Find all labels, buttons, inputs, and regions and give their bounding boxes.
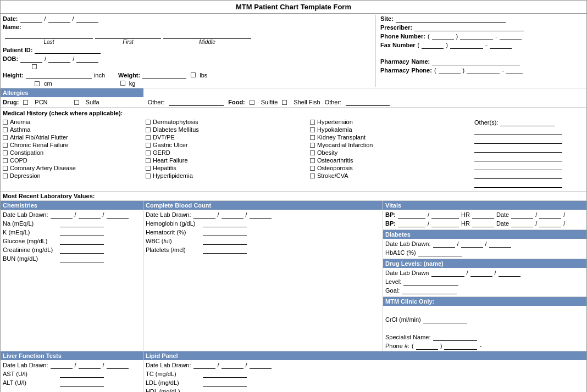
med-checkbox[interactable] bbox=[310, 127, 315, 132]
first-name-field[interactable] bbox=[95, 31, 161, 39]
med-checkbox[interactable] bbox=[3, 166, 8, 171]
med-checkbox[interactable] bbox=[146, 143, 151, 148]
checkbox-lbs[interactable] bbox=[191, 72, 196, 77]
other-line[interactable] bbox=[474, 127, 562, 135]
pharm-phone-area[interactable] bbox=[439, 66, 461, 74]
drug-date-m[interactable] bbox=[470, 269, 492, 277]
lab-field-value[interactable] bbox=[203, 370, 247, 378]
med-checkbox[interactable] bbox=[146, 120, 151, 125]
diab-date-m[interactable] bbox=[433, 240, 455, 248]
patient-id-field[interactable] bbox=[35, 46, 101, 54]
other-line[interactable] bbox=[474, 145, 562, 153]
other2-field[interactable] bbox=[346, 98, 390, 106]
specialist-field[interactable] bbox=[433, 333, 477, 341]
med-checkbox[interactable] bbox=[146, 158, 151, 163]
med-checkbox[interactable] bbox=[310, 135, 315, 140]
lipid-date-d[interactable] bbox=[221, 361, 243, 369]
cbc-date-d[interactable] bbox=[221, 211, 243, 219]
mtm-phone-number[interactable] bbox=[444, 342, 477, 350]
liver-date-d[interactable] bbox=[79, 361, 101, 369]
med-checkbox[interactable] bbox=[3, 135, 8, 140]
pharm-phone-ext[interactable] bbox=[506, 66, 523, 74]
lab-field-value[interactable] bbox=[60, 246, 104, 254]
lab-field-value[interactable] bbox=[60, 237, 104, 245]
other-line[interactable] bbox=[474, 180, 562, 188]
date-year[interactable] bbox=[76, 15, 98, 23]
liver-date-y[interactable] bbox=[107, 361, 129, 369]
med-checkbox[interactable] bbox=[310, 166, 315, 171]
other-line[interactable] bbox=[474, 171, 562, 179]
mtm-phone-area[interactable] bbox=[416, 342, 438, 350]
lab-field-value[interactable] bbox=[60, 379, 104, 387]
med-checkbox[interactable] bbox=[3, 127, 8, 132]
date-month[interactable] bbox=[48, 15, 70, 23]
checkbox-kg[interactable] bbox=[120, 81, 125, 86]
fax-number[interactable] bbox=[450, 41, 483, 49]
med-checkbox[interactable] bbox=[146, 166, 151, 171]
chem-date-d[interactable] bbox=[79, 211, 101, 219]
bp2-date-m[interactable] bbox=[511, 220, 533, 227]
phone-number[interactable] bbox=[460, 32, 493, 40]
last-name-field[interactable] bbox=[5, 31, 93, 39]
pharmacy-name-field[interactable] bbox=[432, 58, 520, 65]
lipid-date-m[interactable] bbox=[193, 361, 215, 369]
liver-date-m[interactable] bbox=[51, 361, 73, 369]
bp1-hr-val[interactable] bbox=[472, 211, 494, 219]
med-checkbox[interactable] bbox=[146, 173, 151, 178]
med-checkbox[interactable] bbox=[310, 150, 315, 155]
med-checkbox[interactable] bbox=[310, 120, 315, 125]
lab-field-value[interactable] bbox=[203, 228, 247, 236]
fax-area[interactable] bbox=[422, 41, 444, 49]
hba1c-field[interactable] bbox=[418, 249, 462, 256]
med-checkbox[interactable] bbox=[3, 173, 8, 178]
middle-name-field[interactable] bbox=[163, 31, 251, 39]
others-field[interactable] bbox=[500, 119, 555, 126]
diab-date-y[interactable] bbox=[489, 240, 511, 248]
diab-date-d[interactable] bbox=[461, 240, 483, 248]
height-field[interactable] bbox=[26, 71, 92, 79]
drug-date-y[interactable] bbox=[499, 269, 520, 277]
med-checkbox[interactable] bbox=[310, 173, 315, 178]
bp1-date-d[interactable] bbox=[539, 211, 561, 219]
bp1-dia[interactable] bbox=[431, 211, 459, 219]
level-field[interactable] bbox=[403, 278, 458, 285]
sulfite-checkbox[interactable] bbox=[250, 100, 254, 105]
phone-area[interactable] bbox=[432, 32, 454, 40]
pcn-checkbox[interactable] bbox=[23, 100, 28, 105]
crcl-field[interactable] bbox=[423, 316, 467, 323]
dob-month[interactable] bbox=[20, 55, 42, 63]
med-checkbox[interactable] bbox=[146, 127, 151, 132]
lab-field-value[interactable] bbox=[203, 237, 247, 245]
bp2-date-d[interactable] bbox=[539, 220, 561, 227]
checkbox-height[interactable] bbox=[32, 64, 37, 69]
weight-field[interactable] bbox=[142, 71, 186, 79]
phone-ext[interactable] bbox=[500, 32, 522, 40]
med-checkbox[interactable] bbox=[146, 135, 151, 140]
med-checkbox[interactable] bbox=[310, 143, 315, 148]
lab-field-value[interactable] bbox=[203, 388, 247, 392]
lab-field-value[interactable] bbox=[60, 228, 104, 236]
med-checkbox[interactable] bbox=[3, 120, 8, 125]
chem-date-m[interactable] bbox=[51, 211, 73, 219]
bp2-dia[interactable] bbox=[431, 220, 459, 227]
chem-date-y[interactable] bbox=[107, 211, 129, 219]
bp1-sys[interactable] bbox=[398, 211, 425, 219]
other-line[interactable] bbox=[474, 154, 562, 161]
drug-date-field[interactable] bbox=[431, 269, 464, 277]
med-checkbox[interactable] bbox=[3, 158, 8, 163]
bp2-hr-val[interactable] bbox=[472, 220, 494, 227]
shellfish-checkbox[interactable] bbox=[282, 100, 287, 105]
prescriber-field[interactable] bbox=[414, 24, 524, 31]
lab-field-value[interactable] bbox=[60, 255, 104, 262]
cbc-date-y[interactable] bbox=[250, 211, 272, 219]
lab-field-value[interactable] bbox=[203, 379, 247, 387]
bp1-date-m[interactable] bbox=[511, 211, 533, 219]
site-field[interactable] bbox=[396, 15, 506, 23]
med-checkbox[interactable] bbox=[3, 143, 8, 148]
checkbox-cm[interactable] bbox=[35, 81, 40, 86]
med-checkbox[interactable] bbox=[146, 150, 151, 155]
other-line[interactable] bbox=[474, 163, 562, 170]
bp2-sys[interactable] bbox=[398, 220, 425, 227]
pharm-phone-number[interactable] bbox=[467, 66, 500, 74]
lab-field-value[interactable] bbox=[60, 220, 104, 227]
